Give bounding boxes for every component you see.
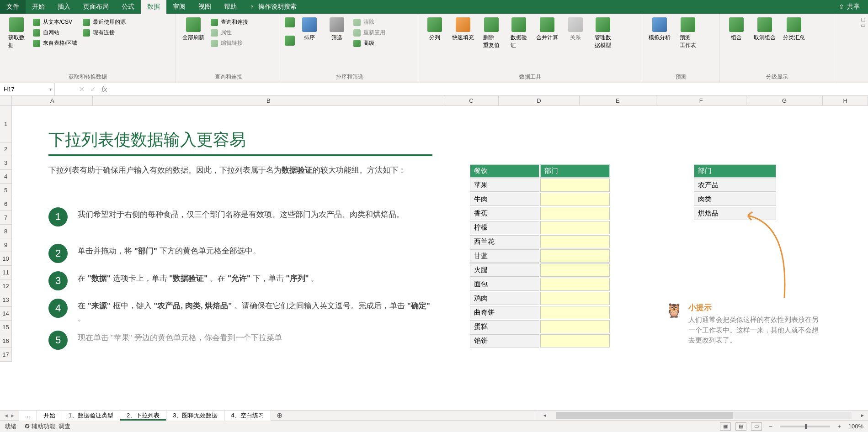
food-cell[interactable]: 甘蓝 [470, 249, 539, 263]
sort-desc-icon[interactable] [285, 36, 295, 46]
sheet-tab[interactable]: 4、空白练习 [224, 411, 271, 421]
get-data-button[interactable]: 获取数 据 [4, 16, 29, 51]
from-web[interactable]: 自网站 [31, 28, 79, 37]
row-header[interactable]: 12 [0, 279, 11, 293]
sort-button[interactable]: 排序 [297, 16, 322, 43]
reapply-filter[interactable]: 重新应用 [351, 28, 387, 37]
food-cell[interactable]: 鸡肉 [470, 292, 539, 305]
data-validation[interactable]: 数据验 证 [506, 16, 532, 51]
scroll-right-icon[interactable]: ► [859, 413, 866, 418]
queries-connections[interactable]: 查询和连接 [209, 17, 250, 27]
row-header[interactable]: 7 [0, 211, 11, 225]
what-if-analysis[interactable]: 模拟分析 [646, 16, 673, 43]
dept-cell[interactable] [540, 306, 610, 319]
sheet-tab[interactable]: 3、圈释无效数据 [166, 411, 224, 421]
relationships[interactable]: 关系 [563, 16, 588, 43]
dept-cell[interactable] [540, 207, 610, 220]
remove-duplicates[interactable]: 删除 重复值 [479, 16, 504, 51]
advanced-filter[interactable]: 高级 [351, 38, 387, 48]
dept-cell[interactable] [540, 278, 610, 291]
dept-cell[interactable] [540, 320, 610, 333]
row-header[interactable]: 16 [0, 334, 11, 348]
group-button[interactable]: 组合 [724, 16, 749, 43]
dept-cell[interactable] [540, 249, 610, 263]
recent-sources[interactable]: 最近使用的源 [81, 17, 128, 27]
row-header[interactable]: 9 [0, 238, 11, 252]
sheet-tab[interactable]: 开始 [37, 411, 62, 421]
dept-cell[interactable] [540, 263, 610, 277]
properties[interactable]: 属性 [209, 28, 250, 37]
col-header[interactable]: G [746, 96, 823, 105]
from-table[interactable]: 来自表格/区域 [31, 38, 79, 48]
ungroup-button[interactable]: 取消组合 [751, 16, 778, 43]
menu-layout[interactable]: 页面布局 [77, 0, 115, 14]
row-header[interactable]: 5 [0, 184, 11, 197]
add-sheet-button[interactable]: ⊕ [271, 411, 288, 420]
dept-item[interactable]: 农产品 [694, 179, 776, 192]
row-header[interactable]: 11 [0, 266, 11, 279]
row-header[interactable]: 10 [0, 252, 11, 266]
dept-cell[interactable] [540, 235, 610, 248]
view-page-layout-button[interactable]: ▤ [735, 422, 746, 431]
enter-icon[interactable]: ✓ [90, 85, 96, 94]
row-header[interactable]: 15 [0, 321, 11, 334]
menu-view[interactable]: 视图 [192, 0, 218, 14]
sheet-tab[interactable]: 1、数据验证类型 [62, 411, 120, 421]
col-header[interactable]: A [12, 96, 93, 105]
food-cell[interactable]: 西兰花 [470, 235, 539, 248]
filter-button[interactable]: 筛选 [324, 16, 350, 43]
menu-help[interactable]: 帮助 [218, 0, 243, 14]
col-header[interactable]: C [444, 96, 498, 105]
dept-header[interactable]: 部门 [694, 164, 776, 178]
col-header[interactable]: D [499, 96, 580, 105]
food-cell[interactable]: 香蕉 [470, 207, 539, 220]
dept-cell[interactable] [540, 334, 610, 347]
view-normal-button[interactable]: ▦ [720, 422, 731, 431]
food-header[interactable]: 餐饮 [470, 164, 539, 178]
dept-item[interactable]: 肉类 [694, 193, 776, 206]
row-header[interactable]: 14 [0, 307, 11, 321]
col-header[interactable]: B [93, 96, 444, 105]
menu-home[interactable]: 开始 [26, 0, 51, 14]
row-header[interactable]: 4 [0, 170, 11, 184]
from-text-csv[interactable]: 从文本/CSV [31, 17, 79, 27]
fx-icon[interactable]: fx [101, 85, 107, 94]
food-cell[interactable]: 曲奇饼 [470, 306, 539, 319]
cancel-icon[interactable]: ✕ [79, 85, 85, 94]
dept-header[interactable]: 部门 [540, 164, 610, 178]
zoom-level[interactable]: 100% [848, 423, 863, 430]
share-button[interactable]: ⇪ 共享 [831, 3, 868, 11]
formula-input[interactable] [112, 83, 868, 95]
tell-me[interactable]: ♀ 操作说明搜索 [243, 0, 303, 14]
menu-insert[interactable]: 插入 [51, 0, 77, 14]
forecast-sheet[interactable]: 预测 工作表 [675, 16, 701, 51]
food-cell[interactable]: 面包 [470, 278, 539, 291]
row-header[interactable]: 13 [0, 293, 11, 307]
refresh-all-button[interactable]: 全部刷新 [180, 16, 207, 43]
food-cell[interactable]: 苹果 [470, 179, 539, 192]
menu-formulas[interactable]: 公式 [115, 0, 141, 14]
row-header[interactable]: 8 [0, 225, 11, 238]
view-page-break-button[interactable]: ▭ [751, 422, 762, 431]
col-header[interactable]: E [580, 96, 656, 105]
menu-data[interactable]: 数据 [141, 0, 166, 14]
grid-content[interactable]: 下拉列表使数据输入更容易 下拉列表有助于确保用户输入有效的数据。因此，下拉列表属… [12, 106, 868, 410]
select-all-corner[interactable] [0, 96, 12, 106]
dept-cell[interactable] [540, 221, 610, 234]
row-header[interactable]: 2 [0, 142, 11, 156]
zoom-out-button[interactable]: − [767, 423, 776, 430]
zoom-slider[interactable] [780, 426, 830, 427]
food-cell[interactable]: 牛肉 [470, 193, 539, 206]
text-to-columns[interactable]: 分列 [422, 16, 447, 43]
accessibility-status[interactable]: ✪ 辅助功能: 调查 [25, 422, 70, 431]
dept-cell[interactable] [540, 193, 610, 206]
zoom-in-button[interactable]: + [835, 423, 844, 430]
col-header[interactable]: H [823, 96, 868, 105]
subtotal-button[interactable]: 分类汇总 [780, 16, 808, 43]
menu-review[interactable]: 审阅 [166, 0, 192, 14]
hscrollbar[interactable] [556, 412, 852, 419]
scroll-left-icon[interactable]: ◄ [541, 413, 548, 418]
row-header[interactable]: 3 [0, 156, 11, 170]
dept-cell[interactable] [540, 179, 610, 192]
food-cell[interactable]: 火腿 [470, 263, 539, 277]
